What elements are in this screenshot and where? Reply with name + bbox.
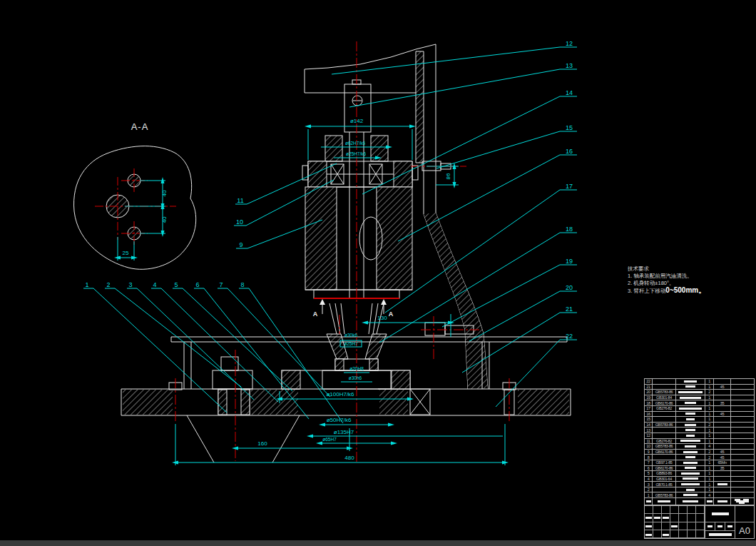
part-qty: 1 [705, 412, 714, 417]
dim-100: ø100H7/k6 [326, 391, 354, 398]
part-number: 2 [645, 487, 653, 492]
signature-block [645, 534, 652, 536]
balloon-18: 18 [566, 226, 573, 233]
part-name-block [676, 379, 705, 384]
part-remark [731, 444, 754, 449]
notes-line-3-range: 0~500mm。 [665, 286, 705, 294]
part-name-block [676, 444, 705, 449]
dim-20: ø20H8 [349, 366, 364, 371]
part-remark [731, 492, 754, 497]
part-number: 14 [645, 423, 653, 428]
balloon-8: 8 [240, 281, 244, 288]
part-standard: GB893-86 [653, 471, 676, 476]
balloon-5: 5 [174, 281, 178, 288]
part-qty: 1 [705, 385, 714, 390]
dim-135: ø135H7 [334, 429, 354, 435]
part-number: 7 [645, 460, 653, 465]
sheet-size-label: A0 [735, 522, 754, 538]
part-qty: 1 [705, 395, 714, 400]
balloon-16: 16 [566, 148, 573, 155]
part-material [714, 444, 731, 449]
part-standard: GB301-64 [653, 477, 676, 482]
section-letter-right: A [389, 310, 394, 318]
balloon-7: 7 [219, 281, 223, 288]
part-number: 5 [645, 471, 653, 476]
table-row: 21 1 45 [645, 384, 754, 390]
part-name-block [676, 428, 705, 433]
balloon-12: 12 [566, 40, 573, 47]
part-name-block [676, 433, 705, 438]
section-view-aa: A-A 40 40 25 [74, 121, 196, 269]
part-material [714, 471, 731, 476]
part-material [714, 433, 731, 438]
part-qty: 1 [705, 417, 714, 422]
part-standard: GB276-82 [653, 439, 676, 444]
cad-viewer-canvas: A-A 40 40 25 [0, 0, 756, 546]
part-material [714, 390, 731, 395]
signature-block [663, 534, 669, 536]
title-area [705, 506, 735, 538]
part-remark [731, 450, 754, 455]
part-qty: 1 [705, 466, 714, 471]
part-number: 8 [645, 455, 653, 460]
part-material [714, 417, 731, 422]
part-number: 16 [645, 412, 653, 417]
signature-block [654, 517, 660, 519]
part-remark [731, 395, 754, 400]
part-number: 10 [645, 444, 653, 449]
table-row: 12 1 [645, 433, 754, 438]
part-name-block [676, 492, 705, 497]
dim-25h7: ø25H7 [344, 341, 358, 346]
part-number: 18 [645, 400, 653, 405]
part-material: 45 [714, 450, 731, 455]
part-name-block [676, 395, 705, 400]
dim-160: 160 [257, 440, 267, 447]
part-remark [731, 379, 754, 384]
part-remark [731, 433, 754, 438]
material-cell [735, 506, 754, 522]
balloon-6: 6 [195, 281, 199, 288]
signature-grid [645, 506, 705, 538]
part-standard: GB5783-86 [653, 444, 676, 449]
part-remark [731, 487, 754, 492]
part-number: 11 [645, 439, 653, 444]
signature-block [671, 525, 678, 527]
table-row: 5 GB893-86 1 [645, 470, 754, 476]
balloon-9: 9 [239, 241, 242, 248]
part-standard: GB276-82 [653, 406, 676, 411]
part-qty: 1 [705, 482, 714, 487]
part-material [714, 439, 731, 444]
part-qty: 1 [705, 460, 714, 465]
dim-aa-25: 25 [123, 250, 129, 256]
balloon-1: 1 [85, 281, 88, 288]
part-number: 21 [645, 385, 653, 390]
part-standard [653, 417, 676, 422]
table-row: 17 GB276-82 1 [645, 405, 754, 411]
part-number: 13 [645, 428, 653, 433]
balloon-22: 22 [566, 333, 573, 340]
part-name-block [676, 455, 705, 460]
dim-86: 86 [445, 173, 451, 179]
table-row: 8 2 45 [645, 454, 754, 460]
part-standard: GB6170-86 [653, 400, 676, 405]
part-standard: GB5783-86 [653, 492, 676, 497]
header-no [645, 498, 653, 505]
part-name-block [676, 412, 705, 417]
dim-480: 480 [344, 455, 354, 461]
balloon-15: 15 [566, 124, 573, 131]
part-remark [731, 400, 754, 405]
balloon-19: 19 [566, 258, 573, 265]
dim-30h6: ø30h6 [349, 375, 362, 380]
part-qty: 4 [705, 492, 714, 497]
part-remark [731, 466, 754, 471]
part-standard [653, 385, 676, 390]
part-name-block [676, 460, 705, 465]
balloon-17: 17 [566, 183, 573, 190]
balloon-20: 20 [566, 284, 573, 291]
table-row: 11 GB276-82 1 [645, 438, 754, 444]
part-name-block [676, 450, 705, 455]
dim-62: ø62H7/k6 [345, 141, 366, 146]
part-qty: 1 [705, 433, 714, 438]
section-view-title: A-A [131, 121, 149, 132]
balloon-3: 3 [128, 281, 132, 288]
